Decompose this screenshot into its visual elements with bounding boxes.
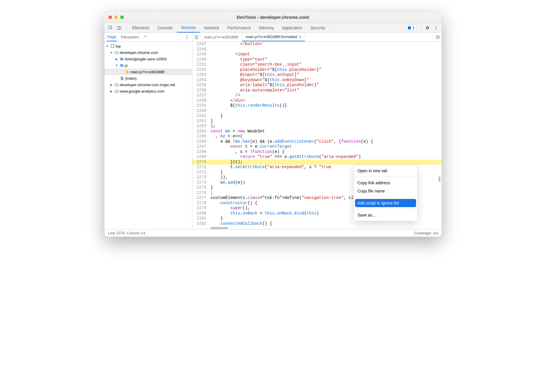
code-content[interactable]: class="search-box__input" — [209, 62, 442, 67]
line-number[interactable]: 2268 — [192, 149, 209, 155]
code-line[interactable]: 2268 , s = !function(e) { — [192, 149, 442, 155]
context-menu-item[interactable]: Copy link address — [354, 179, 417, 187]
line-number[interactable]: 2267 — [192, 144, 209, 149]
panel-tab-application[interactable]: Application — [278, 23, 306, 33]
inspect-element-icon[interactable] — [107, 25, 114, 31]
code-content[interactable]: aria-autocomplete="list" — [209, 88, 442, 93]
panel-tab-memory[interactable]: Memory — [255, 23, 278, 33]
code-content[interactable] — [209, 47, 442, 52]
code-line[interactable]: 2265 , Ke = e=>{ — [192, 134, 442, 139]
code-content[interactable]: e && !We.has(e) && (e.addEventListener("… — [209, 139, 442, 144]
line-number[interactable]: 2275 — [192, 185, 209, 190]
code-content[interactable]: } — [209, 113, 442, 119]
toggle-debugger-pane-icon[interactable] — [433, 33, 442, 41]
line-number[interactable]: 2281 — [192, 216, 209, 221]
line-number[interactable]: 2264 — [192, 129, 209, 134]
code-line[interactable]: 2264const We = new WeakSet — [192, 129, 442, 134]
code-line[interactable]: 2249 <input — [192, 52, 442, 57]
code-line[interactable]: 2282 connectedCallback() { — [192, 221, 442, 226]
line-number[interactable]: 2273 — [192, 175, 209, 180]
tree-item[interactable]: ▼developer.chrome.com — [104, 49, 192, 56]
tree-item[interactable]: ▶developer-chrome-com.imgix.net — [104, 81, 192, 88]
line-number[interactable]: 2255 — [192, 83, 209, 88]
vertical-scrollbar[interactable] — [438, 176, 440, 182]
horizontal-scrollbar[interactable] — [211, 227, 228, 229]
code-content[interactable]: ` — [209, 108, 442, 114]
close-tab-icon[interactable]: × — [299, 35, 301, 39]
line-number[interactable]: 2259 — [192, 103, 209, 108]
line-number[interactable]: 2269 — [192, 154, 209, 160]
code-content[interactable]: </div> — [209, 98, 442, 103]
code-line[interactable]: 2266 e && !We.has(e) && (e.addEventListe… — [192, 139, 442, 144]
tree-item[interactable]: (index) — [104, 75, 192, 81]
code-content[interactable]: , s = !function(e) { — [209, 149, 442, 155]
disclosure-arrow-icon[interactable]: ▼ — [115, 64, 118, 67]
disclosure-arrow-icon[interactable]: ▼ — [110, 51, 113, 54]
line-number[interactable]: 2272 — [192, 170, 209, 175]
line-number[interactable]: 2260 — [192, 108, 209, 114]
tree-item[interactable]: ▼js — [104, 62, 192, 69]
code-line[interactable]: 2267 const t = e.currentTarget — [192, 144, 442, 149]
code-content[interactable]: connectedCallback() { — [209, 221, 442, 226]
tree-item[interactable]: ▶www.google-analytics.com — [104, 88, 192, 94]
line-number[interactable]: 2250 — [192, 57, 209, 62]
code-line[interactable]: 2269 return "true" === e.getAttribute("a… — [192, 154, 442, 160]
panel-tab-sources[interactable]: Sources — [177, 23, 200, 33]
code-line[interactable]: 2251 class="search-box__input" — [192, 62, 442, 67]
line-number[interactable]: 2265 — [192, 134, 209, 139]
context-menu-item[interactable]: Add script to ignore list — [355, 199, 416, 207]
more-tabs-icon[interactable] — [329, 25, 336, 31]
line-number[interactable]: 2249 — [192, 52, 209, 57]
navigator-tab-filesystem[interactable]: Filesystem — [120, 33, 140, 41]
line-number[interactable]: 2253 — [192, 72, 209, 78]
panel-tab-console[interactable]: Console — [153, 23, 177, 33]
issues-counter[interactable]: 1 — [405, 25, 417, 30]
code-content[interactable]: , Ke = e=>{ — [209, 134, 442, 139]
code-content[interactable]: aria-label="${this.placeholder}" — [209, 83, 442, 88]
code-line[interactable]: 2252 placeholder="${this.placeholder}" — [192, 67, 442, 73]
line-number[interactable]: 2251 — [192, 62, 209, 67]
kebab-menu-icon[interactable] — [433, 25, 439, 31]
code-line[interactable]: 2257 /> — [192, 93, 442, 98]
code-line[interactable]: 2254 @keydown="${this.onKeyDown}" — [192, 78, 442, 83]
line-number[interactable]: 2257 — [192, 93, 209, 98]
tree-item[interactable]: main.js?v=e382d86f — [104, 69, 192, 75]
panel-tab-performance[interactable]: Performance — [223, 23, 255, 33]
tree-item[interactable]: ▶fonts/google-sans-v2003 — [104, 56, 192, 62]
line-number[interactable]: 2248 — [192, 47, 209, 52]
navigator-tabs-more-icon[interactable] — [143, 35, 147, 39]
code-content[interactable]: type="text" — [209, 57, 442, 62]
line-number[interactable]: 2254 — [192, 78, 209, 83]
line-number[interactable]: 2247 — [192, 42, 209, 47]
code-content[interactable]: ${this.renderResults()} — [209, 103, 442, 108]
editor-tab[interactable]: main.js?v=e382d86f:formatted× — [242, 33, 305, 41]
maximize-window-button[interactable] — [120, 16, 124, 19]
disclosure-arrow-icon[interactable]: ▼ — [106, 45, 109, 48]
line-number[interactable]: 2276 — [192, 190, 209, 196]
code-content[interactable]: @keydown="${this.onKeyDown}" — [209, 78, 442, 83]
code-line[interactable]: 2255 aria-label="${this.placeholder}" — [192, 83, 442, 88]
line-number[interactable]: 2258 — [192, 98, 209, 103]
line-number[interactable]: 2279 — [192, 206, 209, 211]
line-number[interactable]: 2262 — [192, 119, 209, 124]
code-content[interactable]: return "true" === e.getAttribute("aria-e… — [209, 154, 442, 160]
code-line[interactable]: 2270 }(t); — [192, 160, 442, 165]
code-content[interactable]: } — [209, 119, 442, 124]
disclosure-arrow-icon[interactable]: ▶ — [115, 57, 118, 61]
code-line[interactable]: 2248 — [192, 47, 442, 52]
code-line[interactable]: 2260 ` — [192, 108, 442, 114]
line-number[interactable]: 2271 — [192, 165, 209, 170]
line-number[interactable]: 2277 — [192, 195, 209, 201]
code-content[interactable]: /> — [209, 93, 442, 98]
code-content[interactable]: @input="${this.onInput}" — [209, 72, 442, 78]
editor-tab[interactable]: main.js?v=e382d86f — [201, 33, 242, 41]
code-content[interactable]: ); — [209, 124, 442, 129]
line-number[interactable]: 2270 — [192, 160, 209, 165]
code-line[interactable]: 2259 ${this.renderResults()} — [192, 103, 442, 108]
code-content[interactable]: const t = e.currentTarget — [209, 144, 442, 149]
code-line[interactable]: 2250 type="text" — [192, 57, 442, 62]
context-menu-item[interactable]: Copy file name — [354, 187, 417, 195]
code-line[interactable]: 2263); — [192, 124, 442, 129]
line-number[interactable]: 2274 — [192, 180, 209, 185]
line-number[interactable]: 2256 — [192, 88, 209, 93]
